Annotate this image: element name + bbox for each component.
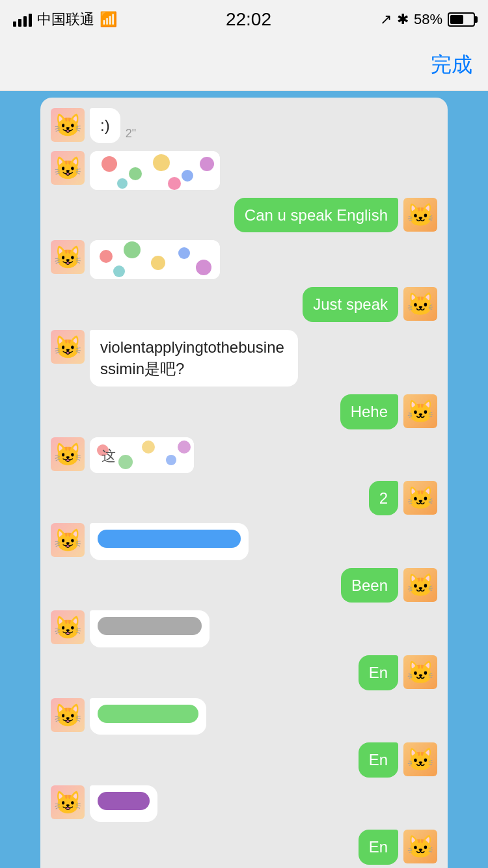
svg-point-6: [117, 178, 128, 189]
message-bubble: [90, 785, 157, 822]
svg-point-14: [113, 265, 125, 277]
message-bubble: [90, 523, 249, 560]
status-bar: 中国联通 📶 22:02 ↗ ✱ 58%: [0, 0, 488, 39]
redacted-blob: [98, 705, 198, 723]
message-text: Been: [351, 576, 388, 594]
table-row: [40, 519, 448, 564]
wifi-icon: 📶: [100, 11, 117, 28]
avatar: [403, 742, 437, 776]
avatar: [403, 287, 437, 321]
svg-point-4: [182, 170, 193, 182]
avatar: [51, 785, 85, 819]
table-row: :) 2": [40, 104, 448, 147]
svg-point-10: [124, 241, 141, 258]
message-text: 2: [379, 489, 388, 507]
bluetooth-icon: ✱: [397, 11, 409, 28]
message-text: En: [369, 751, 388, 768]
bubble-wrap: :): [90, 108, 120, 143]
svg-point-5: [200, 157, 214, 171]
table-row: [40, 694, 448, 739]
redacted-blob: [98, 792, 150, 810]
table-row: Can u speak English: [40, 194, 448, 237]
svg-point-13: [196, 260, 211, 275]
svg-point-12: [178, 247, 190, 259]
message-bubble: 2: [369, 481, 398, 516]
table-row: Just speak: [40, 283, 448, 326]
redacted-blob: [98, 617, 202, 635]
message-bubble: Just speak: [303, 287, 398, 322]
table-row: [40, 781, 448, 826]
table-row: violentapplyingtothebusinessimin是吧?: [40, 326, 448, 390]
avatar: [403, 568, 437, 602]
table-row: Hehe: [40, 390, 448, 433]
message-bubble: 这: [90, 437, 194, 473]
done-button[interactable]: 完成: [431, 51, 472, 79]
polka-image-2: [90, 240, 220, 279]
message-text: En: [369, 838, 388, 856]
battery-icon: [448, 12, 475, 27]
message-bubble: Can u speak English: [234, 198, 398, 233]
message-bubble: En: [359, 655, 398, 690]
message-text: Hehe: [351, 403, 388, 420]
svg-point-1: [102, 156, 117, 172]
message-bubble: [90, 240, 220, 279]
polka-image-3: 这: [90, 437, 194, 473]
message-bubble: Hehe: [340, 394, 398, 429]
avatar: [51, 698, 85, 732]
message-text: :): [100, 116, 110, 134]
svg-point-11: [151, 256, 165, 270]
signal-icon: [13, 12, 32, 27]
table-row: En: [40, 651, 448, 694]
table-row: 2: [40, 477, 448, 520]
avatar: [403, 198, 437, 232]
svg-point-3: [153, 154, 170, 171]
message-text: violentapplyingtothebusinessimin是吧?: [100, 338, 284, 378]
chat-container: :) 2": [40, 98, 448, 868]
avatar: [51, 151, 85, 185]
svg-point-9: [100, 250, 113, 263]
svg-point-7: [168, 177, 181, 190]
table-row: [40, 236, 448, 283]
message-bubble: [90, 151, 220, 190]
avatar: [51, 610, 85, 644]
svg-text:这: 这: [102, 448, 116, 464]
message-bubble: :): [90, 108, 120, 143]
message-bubble: Been: [341, 568, 398, 603]
battery-percent: 58%: [414, 11, 442, 28]
avatar: [403, 830, 437, 863]
svg-point-18: [142, 441, 155, 454]
status-left: 中国联通 📶: [13, 10, 117, 29]
table-row: [40, 147, 448, 194]
table-row: Been: [40, 564, 448, 607]
svg-point-19: [166, 455, 176, 465]
location-icon: ↗: [380, 11, 392, 28]
status-right: ↗ ✱ 58%: [380, 11, 475, 28]
carrier-label: 中国联通: [37, 10, 94, 29]
message-bubble: violentapplyingtothebusinessimin是吧?: [90, 330, 298, 387]
redacted-blob: [98, 530, 241, 548]
status-time: 22:02: [226, 9, 271, 30]
timestamp: 2": [126, 127, 136, 141]
table-row: 这: [40, 433, 448, 477]
svg-point-17: [118, 455, 133, 469]
avatar: [51, 240, 85, 274]
avatar: [51, 330, 85, 364]
svg-point-20: [178, 441, 191, 454]
table-row: En: [40, 739, 448, 781]
message-bubble: En: [359, 830, 398, 865]
chat-outer: :) 2": [0, 91, 488, 868]
polka-image: [90, 151, 220, 190]
avatar: [51, 437, 85, 471]
message-bubble: [90, 698, 206, 735]
top-bar: 完成: [0, 39, 488, 91]
message-bubble: [90, 610, 210, 647]
message-bubble: En: [359, 742, 398, 778]
table-row: En: [40, 826, 448, 868]
message-text: Can u speak English: [245, 206, 388, 224]
avatar: [51, 108, 85, 142]
avatar: [403, 394, 437, 428]
table-row: [40, 606, 448, 651]
svg-point-2: [129, 167, 142, 180]
message-text: En: [369, 664, 388, 681]
avatar: [403, 655, 437, 689]
